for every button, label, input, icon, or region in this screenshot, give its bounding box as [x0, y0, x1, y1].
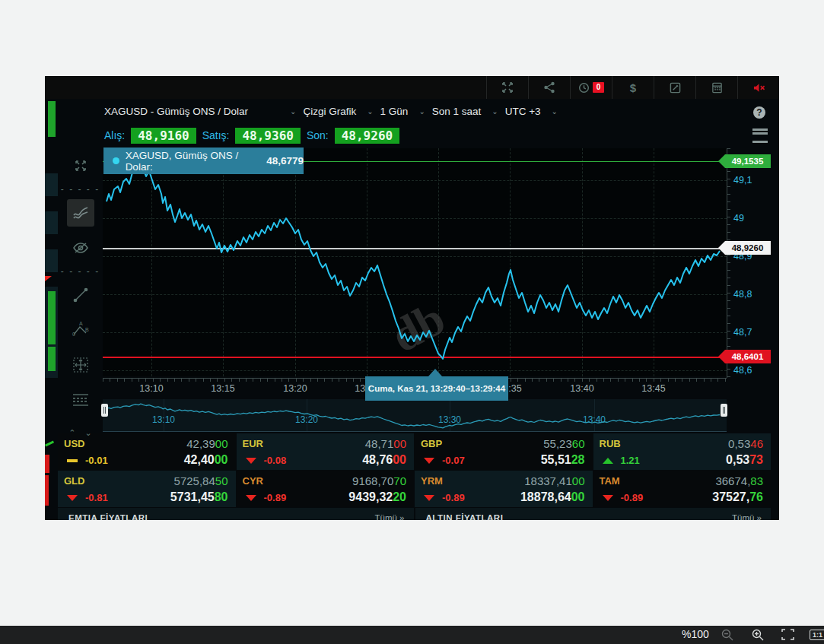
low-price-tag: 48,6401: [718, 350, 771, 363]
ask-label: Satış:: [202, 129, 230, 141]
gridline: [367, 148, 367, 376]
section-altin: ALTIN FİYATLARI Tümü »: [415, 508, 772, 520]
chevron-down-icon[interactable]: ⌄: [367, 107, 373, 116]
chevron-up-icon[interactable]: ⌃: [68, 428, 75, 438]
edge-fragment: [45, 441, 54, 447]
last-value[interactable]: 48,9260: [335, 128, 399, 144]
quote-row: Alış: 48,9160 Satış: 48,9360 Son: 48,926…: [104, 125, 399, 146]
see-all-link[interactable]: Tümü »: [375, 513, 405, 520]
actual-size-button[interactable]: 1:1: [810, 630, 824, 640]
gridline: [103, 370, 727, 371]
low-price-line: [103, 357, 725, 358]
angle-tool-button[interactable]: A0B: [67, 316, 94, 344]
expand-button[interactable]: [486, 76, 528, 99]
ticker-rub[interactable]: RUB 0,5346 1.21 0,5373: [593, 433, 772, 470]
dollar-button[interactable]: $: [612, 76, 654, 99]
share-icon: [543, 81, 555, 94]
watermark: db: [382, 291, 453, 363]
grid-crosshair-tool-button[interactable]: [67, 351, 94, 379]
edge-fragment: [48, 347, 56, 371]
see-all-link[interactable]: Tümü »: [732, 513, 762, 520]
line-chart-tool-button[interactable]: [67, 199, 94, 227]
crosshair-tool-button[interactable]: [67, 152, 94, 179]
change-percent: -0.89: [442, 492, 465, 503]
navigator-left-handle[interactable]: [101, 404, 108, 417]
chevron-down-icon[interactable]: ⌄: [85, 428, 92, 438]
bid-value[interactable]: 48,9160: [131, 128, 196, 144]
change-percent: 1.21: [621, 455, 640, 466]
price-tick: 49: [733, 213, 779, 224]
change-percent: -0.89: [621, 492, 644, 503]
edge-fragment: [45, 211, 58, 234]
ticker-symbol: USD: [64, 438, 84, 449]
section-title: ALTIN FİYATLARI: [426, 513, 504, 520]
change-direction-icon: [246, 495, 256, 501]
chevron-down-icon[interactable]: ⌄: [492, 107, 498, 116]
zoom-out-button[interactable]: [721, 629, 733, 644]
section-headers: EMTIA FİYATLARI Tümü » ALTIN FİYATLARI T…: [58, 508, 771, 520]
alerts-button[interactable]: 0: [570, 76, 612, 99]
tools-separator: - - - - -: [61, 268, 100, 274]
ticker-yrm[interactable]: YRM 18337,4100 -0.89 18878,6400: [415, 471, 593, 507]
svg-text:B: B: [85, 327, 89, 332]
chevron-down-icon[interactable]: ⌄: [418, 107, 425, 116]
series-legend[interactable]: XAGUSD, Gümüş ONS / Dolar: 48,6779: [103, 148, 304, 174]
ticker-cyr[interactable]: CYR 9168,7070 -0.89 9439,3220: [237, 471, 415, 507]
chart-plot-area[interactable]: db: [103, 148, 727, 376]
trading-app-window: 0 $ XAGUSD - Gümüş ONS / Dolar ⌄ Çizgi G…: [45, 76, 779, 520]
ticker-usd[interactable]: USD 42,3900 -0.01 42,4000: [58, 433, 236, 470]
edge-fragment: [48, 101, 56, 137]
gridline: [103, 218, 727, 219]
chevron-down-icon[interactable]: ⌄: [552, 107, 558, 116]
range-select[interactable]: Son 1 saat: [432, 106, 482, 117]
last-price-tag: 48,9260: [718, 241, 771, 255]
photo-viewer-page: { "viewer": { "zoom_level": "%100", "rat…: [0, 0, 824, 644]
dollar-icon: $: [630, 81, 636, 94]
change-direction-icon: [603, 495, 613, 501]
period-select[interactable]: 1 Gün: [380, 106, 409, 117]
ticker-eur[interactable]: EUR 48,7100 -0.08 48,7600: [237, 433, 415, 470]
drawing-tools-sidebar: - - - - - - - - - - A0B ⌃ ⌄: [58, 148, 103, 438]
trend-line-tool-button[interactable]: [67, 281, 94, 309]
grid-lines-tool-button[interactable]: [67, 386, 94, 414]
series-name: XAGUSD, Gümüş ONS / Dolar:: [126, 150, 263, 173]
chart-type-select[interactable]: Çizgi Grafik: [303, 106, 356, 117]
ticker-gld[interactable]: GLD 5725,8450 -0.81 5731,4580: [58, 471, 236, 507]
zoom-in-button[interactable]: [752, 629, 764, 644]
symbol-title[interactable]: XAGUSD - Gümüş ONS / Dolar: [104, 106, 248, 117]
hide-drawings-button[interactable]: [67, 234, 94, 262]
window-toolbar: 0 $: [45, 76, 779, 99]
gridline: [582, 148, 583, 376]
edit-button[interactable]: [654, 76, 695, 99]
ticker-tam[interactable]: TAM 36674,83 -0.89 37527,76: [593, 471, 772, 507]
navigator-right-handle[interactable]: [721, 404, 727, 417]
edit-icon: [670, 82, 681, 94]
edge-fragment: [45, 276, 52, 281]
menu-icon[interactable]: [752, 128, 768, 143]
crosshair-arrows-icon: [73, 158, 88, 173]
help-button[interactable]: ?: [753, 106, 765, 119]
price-tick: 49,1: [733, 175, 779, 186]
ticker-symbol: CYR: [243, 475, 263, 487]
ticker-gbp[interactable]: GBP 55,2360 -0.07 55,5128: [415, 433, 593, 470]
zoom-out-icon: [721, 629, 733, 641]
gridline: [103, 294, 727, 295]
grid-lines-icon: [72, 392, 90, 408]
gridline: [295, 148, 296, 376]
chart-navigator[interactable]: 13:10 13:20 13:30 13:40: [103, 399, 727, 432]
mute-button[interactable]: [737, 76, 779, 99]
chevron-down-icon[interactable]: ⌄: [290, 107, 296, 116]
expand-icon: [501, 81, 514, 94]
price-tick: 48,8: [733, 289, 779, 300]
fit-to-window-button[interactable]: [781, 629, 794, 643]
timezone-select[interactable]: UTC +3: [505, 106, 541, 117]
share-button[interactable]: [528, 76, 570, 99]
ticker-symbol: RUB: [600, 438, 621, 449]
ticker-symbol: TAM: [600, 475, 620, 487]
series-value: 48,6779: [266, 155, 304, 167]
calculator-button[interactable]: [695, 76, 737, 99]
nav-time-tick: 13:30: [431, 414, 469, 425]
price-axis-ticks: [727, 148, 730, 378]
ask-value[interactable]: 48,9360: [235, 128, 300, 144]
tools-pager: ⌃ ⌄: [68, 428, 91, 438]
